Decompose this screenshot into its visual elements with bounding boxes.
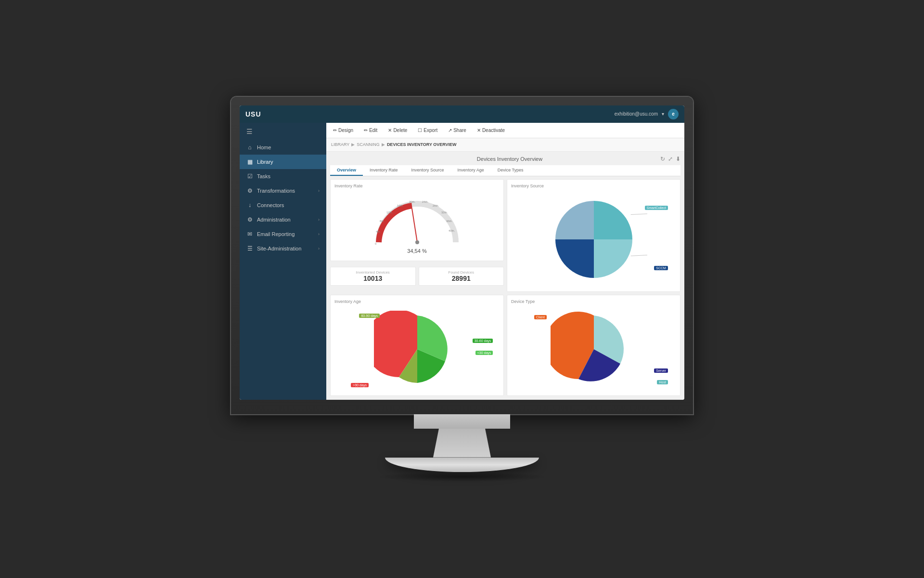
panels-grid: Inventory Rate 0 [330,179,680,292]
download-icon[interactable]: ⬇ [676,156,680,162]
sidebar-item-connectors[interactable]: ↓ Connectors [240,198,326,212]
sidebar-label-library: Library [257,159,273,165]
app-logo: USU [245,110,261,118]
sccm-label: SCCM [654,266,668,270]
monitor-stand-neck [433,429,491,458]
age-label-30-60: 30-60 days [473,339,493,343]
dtype-label-client: Client [534,315,547,319]
tab-inventory-rate[interactable]: Inventory Rate [363,165,405,176]
tab-inventory-source[interactable]: Inventory Source [405,165,451,176]
hamburger-menu[interactable]: ☰ [240,123,326,140]
dashboard: Devices Inventory Overview ↻ ⤢ ⬇ Overvie… [326,152,684,400]
site-admin-icon: ☰ [246,245,253,252]
gauge-value: 34,54 % [407,248,426,254]
design-label: Design [338,128,353,133]
deactivate-label: Deactivate [482,128,505,133]
deactivate-button[interactable]: ✕ Deactivate [475,126,507,134]
share-label: Share [453,128,466,133]
deactivate-icon: ✕ [477,128,481,133]
tab-overview[interactable]: Overview [330,165,363,176]
dashboard-title: Devices Inventory Overview [359,156,660,162]
sidebar-label-home: Home [257,144,271,150]
sidebar-item-site-admin[interactable]: ☰ Site-Administration › [240,241,326,256]
monitor-bezel: USU exhibition@usu.com ▾ e ☰ ⌂ Home ▦ [231,97,693,414]
breadcrumb-sep-1: ▶ [351,142,355,147]
tab-device-types[interactable]: Device Types [491,165,530,176]
age-pie-chart [374,311,461,388]
inventoried-stat: Inventoried Devices 10013 [330,267,416,286]
share-icon: ↗ [448,128,452,133]
monitor-screen: USU exhibition@usu.com ▾ e ☰ ⌂ Home ▦ [240,105,684,400]
inventory-source-title: Inventory Source [511,184,676,188]
gauge-chart: 0 4th. 8th. 12th. 16th. 20th. 24th. 28th… [369,194,465,247]
toolbar: ✏ Design ✏ Edit ✕ Delete ☐ [326,123,684,138]
dashboard-actions: ↻ ⤢ ⬇ [660,156,680,162]
header-right: exhibition@usu.com ▾ e [615,109,679,119]
sidebar-label-administration: Administration [257,217,291,223]
tab-inventory-age[interactable]: Inventory Age [451,165,491,176]
dtype-label-host: Host [657,380,667,384]
svg-text:32th.: 32th. [441,211,448,214]
stats-row: Inventoried Devices 10013 Found Devices … [330,267,504,286]
age-label-gt90: >90 days [351,383,369,387]
svg-text:12th.: 12th. [386,211,393,214]
design-button[interactable]: ✏ Design [331,126,355,134]
home-icon: ⌂ [246,144,253,151]
sidebar-label-email-reporting: Email Reporting [257,231,295,237]
breadcrumb-current: DEVICES INVENTORY OVERVIEW [387,142,457,147]
chevron-admin-icon: › [318,217,320,222]
smartcollect-label: SmartCollect [645,206,668,210]
breadcrumb-library[interactable]: LIBRARY [331,142,349,147]
transformations-icon: ⚙ [246,187,253,194]
export-button[interactable]: ☐ Export [416,126,439,134]
app-header: USU exhibition@usu.com ▾ e [240,105,684,123]
sidebar-item-library[interactable]: ▦ Library [240,155,326,169]
inventoried-value: 10013 [335,275,411,282]
admin-icon: ⚙ [246,216,253,223]
found-stat: Found Devices 28991 [419,267,504,286]
share-button[interactable]: ↗ Share [446,126,468,134]
inventory-rate-panel: Inventory Rate 0 [330,179,504,261]
svg-line-11 [412,209,417,242]
sidebar-item-administration[interactable]: ⚙ Administration › [240,212,326,227]
edit-icon: ✏ [364,128,368,133]
edit-button[interactable]: ✏ Edit [362,126,379,134]
bottom-panels-grid: Inventory Age [330,295,680,396]
tabs-row: Overview Inventory Rate Inventory Source… [330,165,680,176]
sidebar-label-connectors: Connectors [257,202,284,208]
svg-text:8th.: 8th. [380,220,385,223]
dropdown-icon[interactable]: ▾ [662,111,664,117]
svg-text:28th.: 28th. [433,204,439,207]
avatar[interactable]: e [668,109,679,119]
inventory-rate-title: Inventory Rate [334,184,500,188]
main-content: ✏ Design ✏ Edit ✕ Delete ☐ [326,123,684,400]
inventory-age-panel: Inventory Age [330,295,504,396]
monitor-stand-top [414,414,510,429]
refresh-icon[interactable]: ↻ [660,156,665,162]
svg-text:40th.: 40th. [449,229,455,232]
device-type-pie-chart [551,311,637,388]
sidebar-item-transformations[interactable]: ⚙ Transformations › [240,184,326,198]
sidebar-item-home[interactable]: ⌂ Home [240,140,326,155]
breadcrumb-scanning[interactable]: SCANNING [357,142,380,147]
delete-icon: ✕ [388,128,392,133]
sidebar-label-transformations: Transformations [257,188,295,194]
chevron-site-icon: › [318,246,320,251]
sidebar: ☰ ⌂ Home ▦ Library ☑ Tasks ⚙ [240,123,326,400]
monitor-base [385,458,539,472]
monitor: USU exhibition@usu.com ▾ e ☰ ⌂ Home ▦ [231,97,693,482]
svg-text:4th.: 4th. [376,230,381,233]
inventoried-label: Inventoried Devices [335,270,411,275]
connectors-icon: ↓ [246,202,253,209]
breadcrumb: LIBRARY ▶ SCANNING ▶ DEVICES INVENTORY O… [326,138,684,152]
dtype-label-server: Server [654,368,668,373]
device-type-title: Device Type [511,299,676,304]
delete-button[interactable]: ✕ Delete [386,126,409,134]
user-email: exhibition@usu.com [615,111,658,117]
expand-icon[interactable]: ⤢ [668,156,673,162]
tasks-icon: ☑ [246,173,253,180]
found-value: 28991 [424,275,499,282]
library-icon: ▦ [246,158,253,165]
sidebar-item-email-reporting[interactable]: ✉ Email Reporting › [240,227,326,241]
sidebar-item-tasks[interactable]: ☑ Tasks [240,169,326,184]
